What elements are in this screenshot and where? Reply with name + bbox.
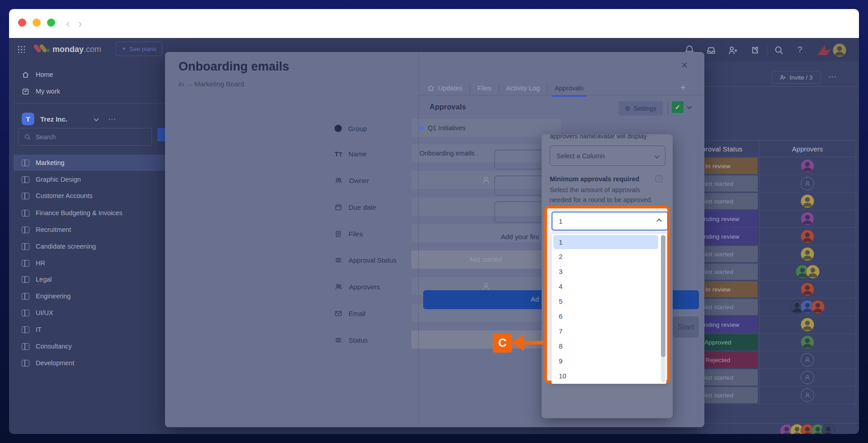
board-header-divider xyxy=(698,86,859,87)
tab-files[interactable]: Files xyxy=(477,85,491,92)
avatar xyxy=(801,283,814,296)
dropdown-option[interactable]: 4 xyxy=(552,279,666,294)
board-row: Pending review xyxy=(678,316,856,334)
sidebar-item-board-8[interactable]: Engineering xyxy=(14,288,165,304)
help-icon[interactable]: ? xyxy=(797,45,802,55)
breadcrumb-board-link[interactable]: Marketing Board xyxy=(194,80,244,88)
apps-grid-icon[interactable] xyxy=(17,45,25,53)
header-divider xyxy=(767,44,767,56)
person-placeholder-icon xyxy=(481,175,491,185)
avatar xyxy=(801,230,814,243)
sidebar-item-my-work[interactable]: My work xyxy=(14,83,165,99)
maximize-window-button[interactable] xyxy=(47,19,55,27)
see-plans-button[interactable]: ✦ See plans xyxy=(116,42,162,56)
dropdown-option-selected[interactable]: 1 xyxy=(553,235,658,249)
annotation-arrow-head xyxy=(512,334,524,351)
board-icon xyxy=(22,360,29,367)
avatar xyxy=(821,424,835,434)
workspace-switcher[interactable]: T Trez Inc. ⋯ xyxy=(22,112,157,126)
field-value-status[interactable] xyxy=(411,330,561,349)
approvers-cell[interactable] xyxy=(759,351,856,368)
approval-checkbox[interactable]: ✓ xyxy=(672,101,684,113)
board-icon xyxy=(22,226,29,233)
apps-puzzle-icon[interactable] xyxy=(750,45,760,55)
tab-activity-log[interactable]: Activity Log xyxy=(506,85,540,92)
search-icon[interactable] xyxy=(774,45,784,55)
invite-member-icon[interactable] xyxy=(728,45,738,56)
sidebar-item-board-4[interactable]: Recruitment xyxy=(14,222,165,238)
approvers-cell[interactable] xyxy=(759,386,856,404)
board-row: Not started xyxy=(678,175,856,193)
board-menu-icon[interactable]: ⋯ xyxy=(826,71,839,84)
approvers-cell[interactable] xyxy=(759,228,856,245)
column-header-approvers[interactable]: Approvers xyxy=(759,141,856,157)
sidebar-item-board-5[interactable]: Candidate screening xyxy=(14,238,165,254)
info-icon[interactable]: i xyxy=(655,175,663,183)
minimize-window-button[interactable] xyxy=(33,19,41,27)
approvers-cell[interactable] xyxy=(759,245,856,263)
people-icon xyxy=(335,283,343,291)
sidebar-item-board-12[interactable]: Development xyxy=(14,355,165,371)
approvers-cell[interactable] xyxy=(759,298,856,316)
home-icon xyxy=(427,85,434,92)
board-icon xyxy=(22,293,29,300)
board-row: Pending review xyxy=(678,228,856,245)
dropdown-option[interactable]: 8 xyxy=(552,339,666,353)
sidebar-item-board-10[interactable]: IT xyxy=(14,321,165,338)
monday-logo-icon[interactable] xyxy=(34,42,51,55)
chevron-down-icon[interactable] xyxy=(687,104,692,109)
approvers-cell[interactable] xyxy=(759,193,856,210)
dropdown-option[interactable]: 2 xyxy=(552,249,666,264)
sparkle-icon: ✦ xyxy=(122,46,126,52)
min-approvals-label: Minimum approvals required xyxy=(550,175,639,183)
dropdown-option[interactable]: 10 xyxy=(552,368,666,383)
close-window-button[interactable] xyxy=(18,19,26,27)
sidebar-item-board-1[interactable]: Graphic Design xyxy=(14,171,165,188)
home-icon xyxy=(22,71,29,79)
dropdown-option[interactable]: 9 xyxy=(552,353,666,368)
sidebar-item-board-0[interactable]: Marketing xyxy=(14,155,165,171)
status-lines-icon xyxy=(335,256,342,264)
scrollbar-thumb[interactable] xyxy=(661,235,665,357)
sidebar-item-board-7[interactable]: Legal xyxy=(14,271,165,287)
close-icon[interactable]: ✕ xyxy=(681,60,688,71)
back-icon[interactable]: ‹ xyxy=(66,15,70,32)
field-value-group[interactable]: Q1 Initiatives xyxy=(411,119,561,137)
approvers-cell[interactable] xyxy=(759,175,856,192)
column-select[interactable]: Select a Column xyxy=(550,146,665,166)
dropdown-option[interactable]: 7 xyxy=(552,324,666,339)
sidebar-item-board-11[interactable]: Consultancy xyxy=(14,338,165,354)
approvers-cell[interactable] xyxy=(759,369,856,386)
board-icon xyxy=(22,243,29,250)
invite-button[interactable]: Invite / 3 xyxy=(772,71,821,84)
sidebar-item-board-3[interactable]: Finance Budgeting & Invoices xyxy=(14,205,165,221)
approvers-cell[interactable] xyxy=(759,334,856,351)
approvers-cell[interactable] xyxy=(759,263,856,280)
sidebar-item-home[interactable]: Home xyxy=(14,66,165,83)
inbox-tray-icon[interactable] xyxy=(706,45,716,55)
dropdown-options-list: 1 2 3 4 5 6 7 8 9 10 xyxy=(552,234,666,384)
workspace-menu-icon[interactable]: ⋯ xyxy=(108,114,116,124)
dropdown-option[interactable]: 5 xyxy=(552,294,666,309)
forward-icon[interactable]: › xyxy=(78,15,82,32)
approvers-cell[interactable] xyxy=(759,157,856,174)
sidebar-item-board-6[interactable]: HR xyxy=(14,255,165,271)
start-button[interactable]: Start xyxy=(673,316,699,338)
sidebar-item-board-9[interactable]: UI/UX xyxy=(14,305,165,321)
sidebar-item-board-2[interactable]: Customer Accounts xyxy=(14,188,165,204)
approvers-cell[interactable] xyxy=(759,210,856,227)
dropdown-option[interactable]: 6 xyxy=(552,309,666,324)
board-icon xyxy=(22,326,29,333)
user-avatar[interactable] xyxy=(833,43,846,57)
approvers-cell[interactable] xyxy=(759,316,856,333)
dropdown-option[interactable]: 3 xyxy=(552,264,666,279)
approvers-cell[interactable] xyxy=(759,281,856,298)
status-lines-icon xyxy=(335,336,342,344)
min-approvals-dropdown[interactable]: 1 xyxy=(552,212,668,231)
tab-updates[interactable]: Updates xyxy=(427,85,462,92)
settings-button[interactable]: ⚙ Settings xyxy=(618,101,663,116)
field-value-approval-status[interactable]: Not started xyxy=(411,250,561,269)
add-tab-icon[interactable]: + xyxy=(680,83,686,93)
tab-approvals[interactable]: Approvals xyxy=(555,85,584,92)
sidebar-search-input[interactable]: Search xyxy=(18,128,152,146)
